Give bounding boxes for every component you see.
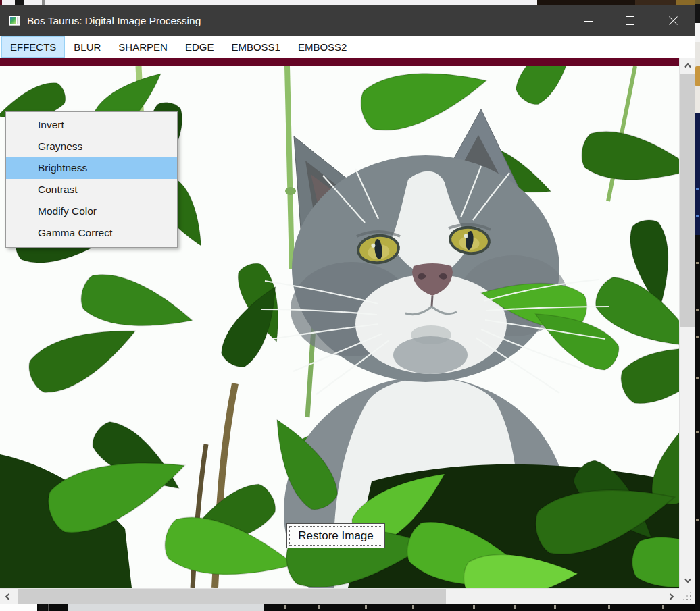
menu-effects[interactable]: EFFECTS (1, 36, 65, 58)
background-gold-button (695, 66, 700, 86)
titlebar[interactable]: Bos Taurus: Digital Image Processing (0, 5, 695, 36)
app-icon (9, 16, 20, 26)
close-button[interactable] (657, 5, 688, 36)
maximize-icon (626, 16, 634, 25)
vertical-scroll-thumb[interactable] (680, 74, 695, 327)
menu-emboss2[interactable]: EMBOSS2 (289, 36, 356, 58)
horizontal-scroll-thumb[interactable] (18, 589, 446, 604)
menubar: EFFECTS BLUR SHARPEN EDGE EMBOSS1 EMBOSS… (0, 36, 695, 58)
background-top-strip (0, 0, 700, 5)
menu-sharpen[interactable]: SHARPEN (109, 36, 176, 58)
minimize-icon (584, 21, 593, 22)
chevron-up-icon (684, 63, 692, 68)
scroll-left-button[interactable] (0, 589, 15, 604)
restore-image-button[interactable]: Restore Image (286, 523, 385, 548)
window-title: Bos Taurus: Digital Image Processing (27, 5, 201, 36)
chevron-down-icon (684, 578, 692, 583)
window-controls (572, 5, 688, 36)
menu-item-modify-color[interactable]: Modify Color (6, 201, 177, 222)
image-top-band (0, 58, 679, 66)
vertical-scrollbar[interactable] (679, 58, 695, 588)
minimize-button[interactable] (572, 5, 603, 36)
chevron-right-icon (669, 593, 674, 601)
menu-emboss1[interactable]: EMBOSS1 (222, 36, 289, 58)
maximize-button[interactable] (615, 5, 645, 36)
scroll-up-button[interactable] (680, 58, 695, 73)
scrollbar-corner (679, 588, 695, 604)
background-right-strip (695, 0, 700, 611)
menu-item-brightness[interactable]: Brightness (6, 157, 177, 179)
menu-item-invert[interactable]: Invert (6, 114, 177, 136)
client-area: Restore Image Invert Grayness Brightness… (0, 58, 695, 604)
background-bottom-strip (0, 604, 695, 611)
menu-item-contrast[interactable]: Contrast (6, 179, 177, 201)
chevron-left-icon (5, 593, 10, 601)
effects-dropdown-menu: Invert Grayness Brightness Contrast Modi… (5, 111, 178, 248)
menu-blur[interactable]: BLUR (65, 36, 109, 58)
scroll-right-button[interactable] (664, 589, 679, 604)
menu-edge[interactable]: EDGE (176, 36, 223, 58)
menu-item-grayness[interactable]: Grayness (6, 136, 177, 157)
restore-image-label: Restore Image (298, 529, 374, 543)
menu-item-gamma-correct[interactable]: Gamma Correct (6, 222, 177, 244)
app-window: Bos Taurus: Digital Image Processing EFF… (0, 5, 695, 604)
horizontal-scrollbar[interactable] (0, 588, 679, 604)
resize-grip-icon[interactable] (690, 599, 691, 600)
scroll-down-button[interactable] (680, 573, 695, 588)
